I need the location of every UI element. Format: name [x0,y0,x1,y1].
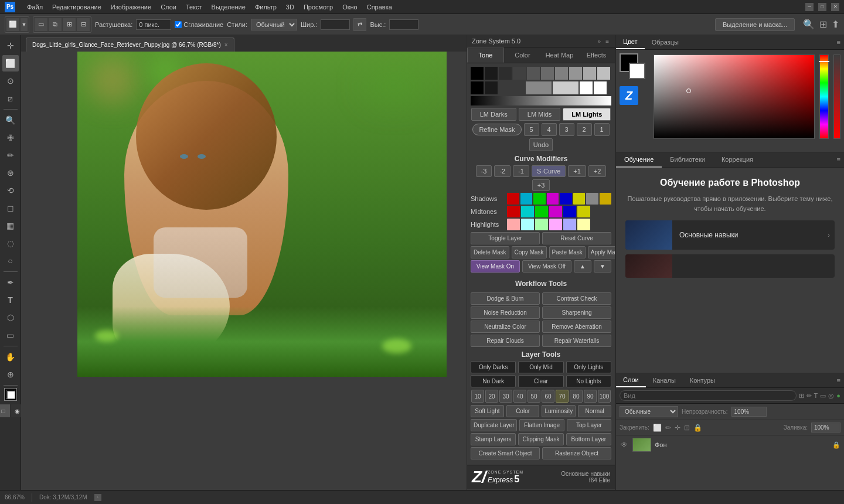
tool-heal[interactable]: ✙ [2,130,19,146]
tab-samples[interactable]: Образцы [645,36,686,49]
swatch2-mid[interactable] [526,81,552,94]
learning-tab-main[interactable]: Обучение [616,152,662,168]
menu-filter[interactable]: Фильтр [255,4,277,11]
menu-text[interactable]: Текст [186,4,202,11]
num-60[interactable]: 60 [542,390,554,403]
standard-mode[interactable]: □ [0,404,10,417]
only-darks-btn[interactable]: Only Darks [471,361,516,373]
paste-icon[interactable]: ⊞ [63,18,76,31]
tool-pen[interactable]: ✒ [2,274,19,291]
swatch-9[interactable] [597,67,610,80]
height-input[interactable] [389,19,418,30]
contrast-check-btn[interactable]: Contrast Check [542,292,611,305]
curve-neg3[interactable]: -3 [476,165,492,177]
status-arrow[interactable]: › [94,494,101,501]
repair-waterfalls-btn[interactable]: Repair Waterfalls [542,335,611,347]
copy-icon[interactable]: ⧉ [49,18,62,31]
shadow-color-2[interactable] [533,193,546,205]
marquee-dropdown[interactable]: ▼ [21,18,28,31]
menu-select[interactable]: Выделение [212,4,246,11]
color-gradient[interactable] [654,55,815,139]
curve-scurve[interactable]: S-Curve [532,165,566,177]
tool-hand[interactable]: ✋ [2,349,19,365]
swatch2-1[interactable] [485,81,498,94]
selection-mask-btn[interactable]: Выделение и маска... [715,18,795,31]
mid-color-5[interactable] [577,206,590,217]
refine-mask-btn[interactable]: Refine Mask [472,124,521,135]
mid-color-2[interactable] [535,206,548,217]
view-mask-off-btn[interactable]: View Mask Off [522,260,571,273]
shadow-color-0[interactable] [507,193,519,205]
swatch-0[interactable] [471,67,484,80]
num-5-btn[interactable]: 5 [524,123,539,136]
learning-tab-libraries[interactable]: Библиотеки [662,152,713,168]
curve-neg2[interactable]: -2 [494,165,511,177]
tool-gradient[interactable]: ▦ [2,217,19,234]
sharpening-btn[interactable]: Sharpening [542,307,611,319]
mid-color-0[interactable] [507,206,520,217]
background-swatch[interactable] [629,63,645,79]
layers-tab-paths[interactable]: Контуры [683,374,722,387]
num-3-btn[interactable]: 3 [559,123,574,136]
tab-tone[interactable]: Tone [467,47,504,63]
tab-close[interactable]: × [224,42,228,48]
hue-bar[interactable] [819,55,829,139]
menu-3d[interactable]: 3D [286,4,294,11]
dodge-burn-btn[interactable]: Dodge & Burn [471,292,540,305]
view-icon[interactable]: ⊞ [819,19,827,30]
create-smart-object-btn[interactable]: Create Smart Object [471,447,540,459]
num-1-btn[interactable]: 1 [594,123,610,136]
curve-pos3[interactable]: +3 [532,179,550,191]
copy-mask-btn[interactable]: Copy Mask [512,246,547,258]
mid-color-1[interactable] [521,206,534,217]
lm-mids-btn[interactable]: LM Mids [519,108,561,121]
hi-color-3[interactable] [549,219,562,230]
normal-btn[interactable]: Normal [578,405,611,417]
gradient-bar[interactable] [471,96,611,105]
menu-image[interactable]: Изображение [111,4,151,11]
swatch-5[interactable] [541,67,554,80]
swatch2-dark[interactable] [499,81,525,94]
stamp-layers-btn[interactable]: Stamp Layers [471,433,516,445]
close-button[interactable]: ✕ [831,3,839,11]
blend-mode-select[interactable]: Обычные [620,406,678,417]
delete-mask-btn[interactable]: Delete Mask [471,246,509,258]
marquee-tool[interactable]: ⬜ [6,18,19,31]
layers-text-icon[interactable]: T [814,392,818,400]
curve-neg1[interactable]: -1 [513,165,529,177]
num-90[interactable]: 90 [584,390,597,403]
layers-panel-menu[interactable]: ≡ [833,373,844,387]
shadow-color-3[interactable] [547,193,559,205]
menu-window[interactable]: Окно [342,4,358,11]
tab-color[interactable]: Color [504,47,541,63]
swatch-6[interactable] [555,67,568,80]
lock-artboard-icon[interactable]: ⊡ [684,424,690,432]
layer-item-bg[interactable]: 👁 Фон 🔒 [616,435,844,454]
layers-shape-icon[interactable]: ▭ [820,392,826,400]
lock-brush-icon[interactable]: ✏ [665,424,671,432]
duplicate-layer-btn[interactable]: Duplicate Layer [471,419,517,431]
hi-color-0[interactable] [507,219,520,230]
learning-panel-menu[interactable]: ≡ [833,152,844,168]
learning-card-1[interactable]: Основные навыки › [625,220,835,250]
mask-down-btn[interactable]: ▼ [594,260,611,273]
swatch-3[interactable] [513,67,526,80]
lock-pixels-icon[interactable]: ⬜ [653,424,662,432]
num-40[interactable]: 40 [513,390,526,403]
tool-zoom[interactable]: ⊕ [2,366,19,383]
learning-card-2[interactable] [625,254,835,278]
tool-eyedropper[interactable]: 🔍 [2,112,19,128]
shadow-color-4[interactable] [560,193,572,205]
num-70[interactable]: 70 [556,390,569,403]
menu-help[interactable]: Справка [367,4,392,11]
swap-icon[interactable]: ⇄ [353,18,366,31]
feather-input[interactable] [136,19,171,30]
no-dark-btn[interactable]: No Dark [471,375,516,387]
tab-effects[interactable]: Effects [578,47,615,63]
bottom-layer-btn[interactable]: Bottom Layer [566,433,611,445]
num-30[interactable]: 30 [499,390,512,403]
third-icon[interactable]: ⊟ [77,18,90,31]
remove-aberration-btn[interactable]: Remove Aberration [542,321,611,333]
canvas-content[interactable] [21,52,467,490]
swatch2-0[interactable] [471,81,484,94]
